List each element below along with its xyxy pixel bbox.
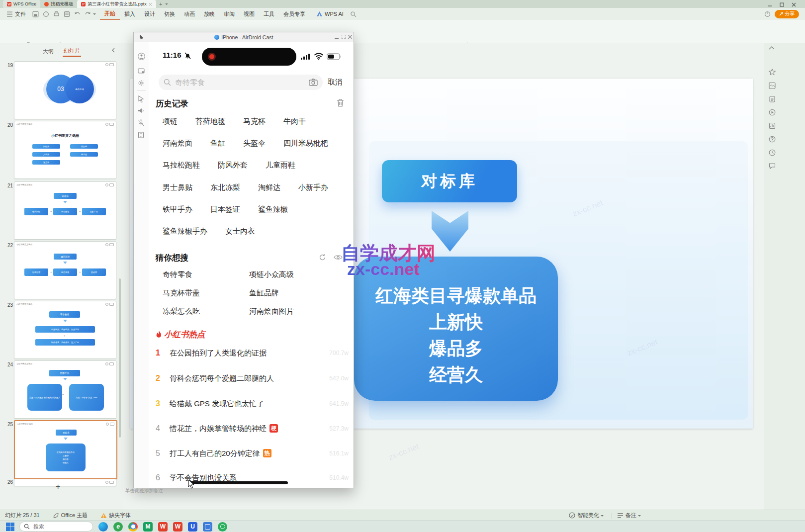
taskbar-search[interactable] — [19, 522, 93, 532]
mic-muted-icon[interactable] — [138, 119, 144, 126]
history-term[interactable]: 马拉松跑鞋 — [163, 161, 200, 170]
print-icon[interactable] — [53, 11, 60, 17]
camera-icon[interactable] — [309, 79, 318, 86]
tab-list-arrow-icon[interactable] — [165, 3, 168, 6]
hot-item[interactable]: 1 在公园拍到了人类退化的证据 700.7w — [156, 348, 351, 358]
menu-design[interactable]: 设计 — [140, 8, 160, 20]
taskbar-green-e-icon[interactable]: e — [113, 522, 123, 532]
history-term[interactable]: 鱼缸 — [210, 139, 225, 148]
history-term[interactable]: 淘鲜达 — [258, 183, 280, 192]
taskbar-search-input[interactable] — [32, 523, 79, 530]
search-bar[interactable] — [159, 75, 323, 90]
tab-document[interactable]: P 第三课小红书带货之选品.pptx — [77, 0, 156, 8]
more-commands-arrow-icon[interactable] — [93, 13, 96, 16]
notes-hint[interactable]: 单击此处添加备注 — [125, 488, 163, 494]
cast-close-icon[interactable] — [348, 35, 352, 39]
history-term[interactable]: 鲨鱼辣椒 — [258, 205, 288, 214]
history-panel-icon[interactable] — [769, 149, 776, 156]
taskbar-blue-app-icon[interactable] — [203, 522, 212, 532]
scroll-up-icon[interactable] — [769, 46, 775, 50]
history-term[interactable]: 鲨鱼辣椒手办 — [163, 227, 207, 236]
menu-transition[interactable]: 切换 — [160, 8, 179, 20]
sidebar-scrollbar[interactable] — [119, 278, 121, 438]
slide-thumbnail-22[interactable]: 小红书带货之选品 确定词根 社群推荐 + 定位挖掘 + 热词库 — [14, 241, 116, 299]
animation-panel-icon[interactable] — [769, 109, 776, 116]
hot-item[interactable]: 4 惜花芷，内娱掌管转场的神经梗 527.3w — [156, 423, 351, 434]
menu-file[interactable]: 文件 — [0, 8, 30, 20]
pointer-icon[interactable] — [138, 95, 144, 102]
redo-icon[interactable] — [85, 11, 91, 17]
slide-thumbnail-23[interactable]: 小红书带货之选品 平台验证 运营规则、流量优势、行业竞争 + 制作难度、试错成本… — [14, 301, 116, 359]
paste-panel-icon[interactable] — [769, 95, 776, 102]
search-commands-icon[interactable] — [350, 11, 357, 17]
history-term[interactable]: 防风外套 — [218, 161, 248, 170]
taskbar-wps-icon-2[interactable]: W — [173, 522, 182, 532]
design-panel-icon[interactable] — [769, 122, 776, 129]
slide-thumbnail-25[interactable]: 小红书带货之选品 对标库 红海类目寻爆款单品上新快爆品多经营久 — [14, 420, 117, 479]
guess-item[interactable]: 冻梨怎么吃 — [163, 307, 200, 316]
account-icon[interactable] — [138, 53, 145, 60]
history-term[interactable]: 牛肉干 — [283, 117, 306, 126]
guess-item[interactable]: 马克杯带盖 — [163, 288, 200, 298]
favorites-star-icon[interactable] — [769, 69, 776, 76]
hot-item[interactable]: 3 给猫戴 GPS 发现它也太忙了 641.5w — [156, 398, 351, 409]
preview-icon[interactable] — [64, 11, 70, 17]
slide-thumbnail-21[interactable]: 小红书带货之选品 词根法 确定词根 + 平台验证 + 匹配产品 — [14, 181, 116, 240]
menu-view[interactable]: 视图 — [239, 8, 259, 20]
tab-slides[interactable]: 幻灯片 — [63, 46, 81, 57]
skin-icon[interactable] — [764, 11, 771, 17]
history-term[interactable]: 男士鼻贴 — [163, 183, 192, 192]
minimize-window-icon[interactable] — [768, 2, 772, 7]
material-panel-icon[interactable] — [769, 82, 776, 89]
menu-wps-ai[interactable]: WPS AI — [310, 8, 348, 20]
comments-panel-icon[interactable] — [769, 163, 776, 170]
history-term[interactable]: 日本签证 — [210, 205, 240, 214]
search-input[interactable] — [174, 78, 295, 87]
taskbar-chrome-icon[interactable] — [128, 522, 138, 532]
output-icon[interactable] — [43, 11, 49, 17]
history-term[interactable]: 项链 — [163, 117, 178, 126]
cast-minimize-icon[interactable] — [335, 35, 339, 39]
undo-icon[interactable] — [74, 11, 81, 17]
slide-thumbnail-20[interactable]: 小红书带货之选品 小红书带货之选品 词根法 排行榜 人群法 评论区 场景法 — [14, 121, 116, 179]
save-icon[interactable] — [32, 11, 39, 17]
trash-icon[interactable] — [337, 98, 344, 107]
clipboard-icon[interactable] — [138, 131, 144, 138]
history-term[interactable]: 小新手办 — [298, 183, 328, 192]
slide-thumbnail-26[interactable] — [14, 479, 116, 486]
taskbar-green-m-icon[interactable]: M — [143, 522, 153, 532]
taskbar-edge-icon[interactable] — [98, 522, 108, 532]
screenshot-icon[interactable] — [138, 68, 145, 75]
cancel-button[interactable]: 取消 — [328, 78, 343, 87]
history-term[interactable]: 铁甲手办 — [163, 205, 192, 214]
history-term[interactable]: 女士内衣 — [225, 227, 255, 236]
hot-item[interactable]: 2 骨科会惩罚每个爱翘二郎腿的人 542.0w — [156, 373, 351, 384]
refresh-icon[interactable] — [319, 254, 326, 261]
menu-member[interactable]: 会员专享 — [279, 8, 310, 20]
menu-insert[interactable]: 插入 — [120, 8, 140, 20]
taskbar-blue-u-icon[interactable]: U — [188, 522, 197, 532]
menu-home[interactable]: 开始 — [100, 7, 120, 20]
tab-outline[interactable]: 大纲 — [42, 47, 55, 56]
new-tab-button[interactable]: + — [156, 1, 165, 7]
tab-docer-template[interactable]: 找稻壳模板 — [40, 0, 77, 8]
airdroid-cast-window[interactable]: iPhone - AirDroid Cast 11:16 — [133, 32, 354, 488]
tab-close-icon[interactable] — [149, 2, 152, 6]
guess-item[interactable]: 河南烩面图片 — [249, 307, 294, 316]
guess-item[interactable]: 鱼缸品牌 — [249, 288, 279, 298]
cast-titlebar[interactable]: iPhone - AirDroid Cast — [134, 32, 354, 42]
menu-review[interactable]: 审阅 — [219, 8, 239, 20]
maximize-window-icon[interactable] — [780, 2, 784, 7]
menu-animation[interactable]: 动画 — [179, 8, 199, 20]
menu-slideshow[interactable]: 放映 — [199, 8, 219, 20]
history-term[interactable]: 四川米易枇杷 — [283, 139, 328, 148]
history-term[interactable]: 苔藓地毯 — [195, 117, 225, 126]
slide-box-benchmark[interactable]: 对标库 — [382, 160, 517, 202]
tab-wps-office[interactable]: W WPS Office — [3, 0, 40, 8]
settings-gear-icon[interactable] — [138, 80, 145, 87]
notes-button[interactable]: 备注 — [626, 512, 636, 519]
add-slide-button[interactable]: + — [56, 482, 60, 491]
missing-font-label[interactable]: 缺失字体 — [109, 512, 131, 519]
share-button[interactable]: 分享 — [775, 10, 799, 18]
beautify-button[interactable]: 智能美化 — [577, 512, 599, 519]
